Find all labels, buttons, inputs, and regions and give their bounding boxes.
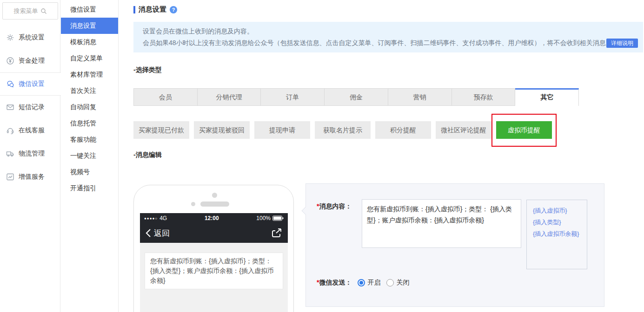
radio-off[interactable]: 关闭 [386, 279, 409, 287]
tab-marketing[interactable]: 营销 [388, 88, 452, 106]
submenu-item-custom-menu[interactable]: 自定义菜单 [61, 50, 118, 66]
secondary-sidebar: 微信设置 消息设置 模板消息 自定义菜单 素材库管理 首次关注 自动回复 信息托… [61, 0, 119, 312]
insert-variable-panel: {插入虚拟币} {插入类型} {插入虚拟币余额} [526, 200, 587, 269]
tab-distribution-agent[interactable]: 分销代理 [198, 88, 261, 106]
mail-icon [6, 103, 14, 111]
sidebar-item-system-settings[interactable]: 系统设置 [0, 26, 60, 49]
notice-line-2: 会员如果48小时以上没有主动发消息给公众号（包括发送信息、点击自定义菜单、订阅事… [143, 37, 634, 49]
send-label: *微信发送： [317, 279, 352, 287]
subtype-points-reminder-button[interactable]: 积分提醒 [375, 121, 431, 139]
type-tabs: 会员 分销代理 订单 佣金 营销 预存款 其它 [133, 88, 579, 106]
message-edit-heading: -消息编辑 [133, 151, 162, 159]
subtype-buttons: 买家提现已付款 买家提现被驳回 提现申请 获取名片提示 积分提醒 微社区评论提醒… [133, 121, 552, 139]
notice-banner: 设置会员在微信上收到的消息及内容。 会员如果48小时以上没有主动发消息给公众号（… [133, 22, 643, 52]
sidebar-item-label: 物流管理 [19, 150, 45, 158]
submenu-item-service-function[interactable]: 客服功能 [61, 131, 118, 148]
submenu-item-wechat-settings[interactable]: 微信设置 [61, 1, 118, 18]
tab-other[interactable]: 其它 [515, 88, 579, 106]
radio-on[interactable]: 开启 [358, 279, 380, 287]
page-title: 消息设置 ? [133, 5, 177, 14]
battery-percent: 100% [256, 215, 271, 221]
subtype-withdraw-apply-button[interactable]: 提现申请 [254, 121, 310, 139]
search-icon [40, 8, 47, 14]
page-title-text: 消息设置 [139, 5, 166, 14]
sidebar-item-wechat-settings[interactable]: 微信设置 [0, 72, 61, 96]
insert-virtual-currency-link[interactable]: {插入虚拟币} [533, 205, 587, 216]
subtype-withdraw-rejected-button[interactable]: 买家提现被驳回 [194, 121, 250, 139]
notice-line-1: 设置会员在微信上收到的消息及内容。 [143, 26, 634, 37]
radio-off-icon [386, 279, 394, 286]
tab-commission[interactable]: 佣金 [325, 88, 388, 106]
sidebar-item-label: 增值服务 [19, 173, 45, 181]
sidebar-item-label: 资金处理 [19, 57, 45, 65]
phone-body: 您有新虚拟币到账：{插入虚拟币}；类型：{插入类型}；账户虚拟币余额：{插入虚拟… [140, 243, 288, 312]
sidebar-item-label: 微信设置 [19, 80, 45, 88]
submenu-item-info-hosting[interactable]: 信息托管 [61, 115, 118, 131]
submenu-item-first-follow[interactable]: 首次关注 [61, 83, 118, 99]
submenu-item-one-key-follow[interactable]: 一键关注 [61, 148, 118, 164]
select-type-heading: -选择类型 [133, 66, 162, 74]
subtype-withdraw-paid-button[interactable]: 买家提现已付款 [133, 121, 189, 139]
tab-member[interactable]: 会员 [133, 88, 198, 106]
sidebar-item-label: 在线客服 [19, 126, 45, 135]
primary-sidebar: 搜索菜单 系统设置 资金处理 微信设置 短信记录 在线客服 物流管理 [0, 0, 60, 312]
gear-icon [6, 33, 14, 42]
back-label: 返回 [154, 228, 170, 239]
phone-screen: ●●●●○ 4G 12:00 100% 返回 您有新虚拟币到账：{插入虚拟币}；… [140, 213, 288, 312]
network-label: 4G [159, 215, 167, 221]
sidebar-item-funds[interactable]: 资金处理 [0, 49, 60, 72]
insert-type-link[interactable]: {插入类型} [533, 216, 587, 228]
submenu-item-activation-guide[interactable]: 开通指引 [61, 180, 118, 196]
sidebar-item-value-added[interactable]: 增值服务 [0, 165, 60, 188]
subtype-community-comment-button[interactable]: 微社区评论提醒 [436, 121, 491, 139]
subtype-virtual-currency-button[interactable]: 虚拟币提醒 [496, 121, 552, 139]
phone-speaker-bar [200, 202, 229, 207]
wechat-send-row: *微信发送： 开启 关闭 [317, 279, 409, 287]
search-placeholder: 搜索菜单 [14, 7, 38, 15]
insert-balance-link[interactable]: {插入虚拟币余额} [533, 228, 587, 240]
phone-camera-dot [212, 193, 217, 198]
main-content: 消息设置 ? 设置会员在微信上收到的消息及内容。 会员如果48小时以上没有主动发… [119, 0, 644, 312]
yen-circle-icon [6, 57, 14, 65]
sidebar-item-label: 系统设置 [19, 33, 45, 42]
wechat-icon [6, 80, 14, 88]
subtype-get-card-tip-button[interactable]: 获取名片提示 [315, 121, 371, 139]
battery-icon [272, 215, 284, 221]
detail-description-button[interactable]: 详细说明 [606, 39, 638, 48]
share-icon [271, 228, 282, 238]
chart-icon [6, 173, 14, 181]
content-label: *消息内容： [317, 202, 352, 211]
preview-message: 您有新虚拟币到账：{插入虚拟币}；类型：{插入类型}；账户虚拟币余额：{插入虚拟… [145, 253, 283, 289]
menu-search-box[interactable]: 搜索菜单 [2, 2, 58, 20]
submenu-item-video-account[interactable]: 视频号 [61, 164, 118, 180]
help-icon[interactable]: ? [170, 6, 177, 13]
panel-left-notch [302, 207, 310, 215]
message-edit-panel: *消息内容： 您有新虚拟币到账：{插入虚拟币}；类型： {插入类型}；账户虚拟币… [305, 183, 604, 307]
signal-dots-icon: ●●●●○ [144, 216, 158, 221]
sidebar-item-online-service[interactable]: 在线客服 [0, 119, 60, 142]
submenu-item-material-library[interactable]: 素材库管理 [61, 66, 118, 83]
title-accent-bar [133, 6, 135, 13]
tab-prepaid[interactable]: 预存款 [452, 88, 516, 106]
tab-order[interactable]: 订单 [261, 88, 325, 106]
back-chevron-icon [146, 228, 151, 238]
submenu-item-auto-reply[interactable]: 自动回复 [61, 99, 118, 115]
status-time: 12:00 [167, 215, 256, 221]
sidebar-item-logistics[interactable]: 物流管理 [0, 142, 60, 165]
sidebar-item-label: 短信记录 [19, 103, 45, 111]
phone-nav-bar: 返回 [140, 223, 288, 243]
radio-on-icon [358, 279, 365, 286]
phone-status-bar: ●●●●○ 4G 12:00 100% [140, 213, 288, 223]
sidebar-item-sms-records[interactable]: 短信记录 [0, 96, 60, 119]
phone-preview: ●●●●○ 4G 12:00 100% 返回 您有新虚拟币到账：{插入虚拟币}；… [133, 185, 294, 312]
message-content-textarea[interactable]: 您有新虚拟币到账：{插入虚拟币}；类型： {插入类型}；账户虚拟币余额：{插入虚… [362, 199, 521, 248]
submenu-item-template-message[interactable]: 模板消息 [61, 34, 118, 50]
phone-sensor-dot [191, 202, 195, 206]
submenu-item-message-settings[interactable]: 消息设置 [61, 18, 118, 34]
headset-icon [6, 126, 14, 135]
truck-icon [6, 150, 14, 158]
